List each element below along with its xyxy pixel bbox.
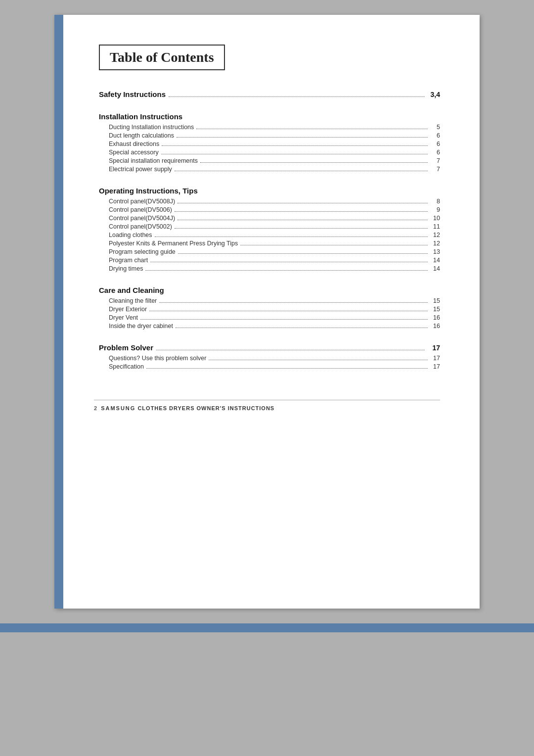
item-page-num: 17 [430,363,440,370]
section-header-label: Operating Instructions, Tips [99,187,198,195]
document-page: Table of Contents Safety Instructions3,4… [54,15,480,609]
section-page-num: 17 [428,344,440,352]
toc-section-problem: Problem Solver17Questions? Use this prob… [99,343,440,370]
section-header-label: Problem Solver [99,343,153,352]
item-page-num: 14 [430,257,440,264]
toc-item: Control panel(DV5006)9 [99,206,440,213]
toc-item: Control panel(DV5002)11 [99,223,440,230]
item-page-num: 11 [430,223,440,230]
toc-item: Control panel(DV5008J)8 [99,198,440,205]
item-page-num: 6 [430,149,440,156]
item-page-num: 8 [430,198,440,205]
toc-item: Duct length calculations6 [99,132,440,139]
section-header-problem: Problem Solver17 [99,343,440,352]
toc-item-label: Inside the dryer cabinet [109,323,173,330]
item-page-num: 17 [430,355,440,362]
item-page-num: 14 [430,265,440,272]
toc-section-safety: Safety Instructions3,4 [99,90,440,98]
item-page-num: 16 [430,314,440,321]
toc-item-label: Drying times [109,265,143,272]
toc-item: Dryer Vent16 [99,314,440,321]
toc-item: Electrical power supply7 [99,166,440,173]
toc-section-operating: Operating Instructions, TipsControl pane… [99,187,440,272]
item-dots [159,302,428,303]
toc-item: Polyester Knits & Permanent Press Drying… [99,240,440,247]
toc-item-label: Polyester Knits & Permanent Press Drying… [109,240,238,247]
toc-item-label: Duct length calculations [109,132,174,139]
toc-item: Loading clothes12 [99,232,440,238]
section-dots [169,96,425,97]
toc-item: Program chart14 [99,257,440,264]
item-dots [178,203,428,203]
toc-item-label: Electrical power supply [109,166,172,173]
toc-content: Safety Instructions3,4Installation Instr… [94,90,440,370]
toc-item-label: Exhaust directions [109,141,159,147]
section-header-operating: Operating Instructions, Tips [99,187,440,195]
section-header-label: Care and Cleaning [99,286,164,294]
item-dots [155,236,428,237]
item-dots [145,270,428,271]
item-dots [162,145,428,146]
item-dots [175,211,428,212]
page-footer: 2 SAMSUNG Clothes Dryers Owner's Instruc… [94,400,440,411]
item-dots [177,137,428,138]
section-page-num: 3,4 [428,91,440,98]
toc-item-label: Dryer Exterior [109,306,147,313]
toc-item-label: Special installation requirements [109,157,198,164]
toc-section-installation: Installation InstructionsDucting Install… [99,112,440,173]
item-page-num: 6 [430,141,440,147]
item-page-num: 12 [430,232,440,238]
toc-item: Exhaust directions6 [99,141,440,147]
title-box: Table of Contents [99,45,225,70]
item-dots [140,319,428,320]
item-page-num: 10 [430,215,440,222]
item-page-num: 15 [430,297,440,304]
item-dots [175,228,428,229]
section-header-label: Safety Instructions [99,90,166,98]
item-page-num: 6 [430,132,440,139]
item-dots [175,171,428,171]
toc-section-care: Care and CleaningCleaning the filter15Dr… [99,286,440,330]
item-dots [150,262,428,262]
footer-brand: SAMSUNG Clothes Dryers Owner's Instructi… [101,405,274,411]
toc-item-label: Specification [109,363,144,370]
gray-bottom-area [0,632,534,756]
footer-page-number: 2 [94,405,97,411]
section-header-installation: Installation Instructions [99,112,440,121]
toc-item-label: Dryer Vent [109,314,138,321]
toc-item-label: Special accessory [109,149,159,156]
bottom-bar [0,623,534,632]
section-header-safety: Safety Instructions3,4 [99,90,440,98]
item-dots [178,253,428,254]
item-dots [178,220,428,220]
page-wrapper: Table of Contents Safety Instructions3,4… [0,0,534,756]
item-page-num: 7 [430,157,440,164]
item-dots [196,129,428,129]
item-dots [149,311,428,311]
toc-item-label: Control panel(DV5002) [109,223,172,230]
item-dots [161,154,428,154]
toc-item: Ducting Installation instructions5 [99,124,440,131]
toc-item-label: Cleaning the filter [109,297,157,304]
item-dots [240,245,428,245]
toc-item: Inside the dryer cabinet16 [99,323,440,330]
item-page-num: 15 [430,306,440,313]
toc-item: Drying times14 [99,265,440,272]
item-page-num: 16 [430,323,440,330]
toc-item-label: Control panel(DV5006) [109,206,172,213]
toc-item: Program selecting guide13 [99,248,440,255]
toc-item-label: Control panel(DV5008J) [109,198,175,205]
item-page-num: 12 [430,240,440,247]
item-page-num: 5 [430,124,440,131]
toc-item: Control panel(DV5004J)10 [99,215,440,222]
toc-item: Cleaning the filter15 [99,297,440,304]
brand-description: Clothes Dryers Owner's Instructions [137,405,274,411]
item-dots [209,360,428,360]
item-dots [176,328,428,328]
toc-item-label: Program chart [109,257,148,264]
toc-item-label: Ducting Installation instructions [109,124,194,131]
item-page-num: 13 [430,248,440,255]
section-header-care: Care and Cleaning [99,286,440,294]
toc-item: Dryer Exterior15 [99,306,440,313]
toc-item: Special installation requirements7 [99,157,440,164]
